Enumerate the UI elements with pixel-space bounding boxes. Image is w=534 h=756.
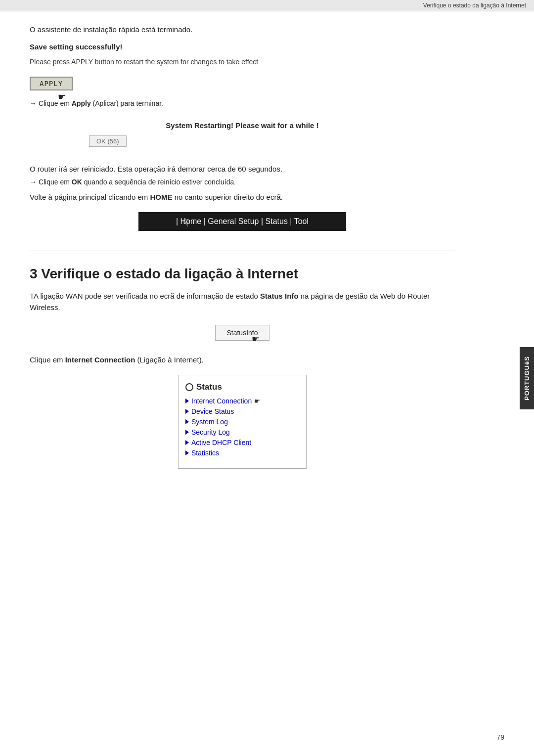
save-success-text: Save setting successfully! xyxy=(30,43,455,51)
triangle-icon xyxy=(185,409,189,414)
top-bar-text: Verifique o estado da ligação à Internet xyxy=(423,2,526,9)
apply-section: APPLY ☛ xyxy=(30,77,455,93)
section-number: 3 xyxy=(30,266,38,281)
triangle-icon xyxy=(185,399,189,403)
router-restart-text: O router irá ser reiniciado. Esta operaç… xyxy=(30,165,455,173)
statusinfo-container: StatusInfo ☛ xyxy=(215,325,269,341)
status-menu: Internet Connection☛Device StatusSystem … xyxy=(185,397,297,457)
wan-text: TA ligação WAN pode ser verificada no ec… xyxy=(30,291,455,313)
top-bar: Verifique o estado da ligação à Internet xyxy=(0,0,534,11)
status-menu-label: Internet Connection xyxy=(191,397,252,405)
status-panel-title: Status xyxy=(185,382,297,392)
nav-bar-text: | Home | General Setup | Status | Tool xyxy=(176,217,309,225)
cursor-icon: ☛ xyxy=(58,91,66,102)
restarting-heading: System Restarting! Please wait for a whi… xyxy=(30,121,455,130)
section-divider xyxy=(30,251,455,251)
status-menu-item[interactable]: System Log xyxy=(185,418,297,426)
status-menu-label: Active DHCP Client xyxy=(191,439,251,446)
apply-button[interactable]: APPLY xyxy=(30,77,73,90)
inet-bold: Internet Connection xyxy=(65,356,135,364)
status-menu-label: Statistics xyxy=(191,449,219,457)
triangle-icon xyxy=(185,419,189,424)
home-bold: HOME xyxy=(150,193,173,201)
apply-bold: Apply xyxy=(72,99,91,107)
home-instruction: Volte à página principal clicando em HOM… xyxy=(30,193,455,201)
inet-post: (Ligação à Internet). xyxy=(135,356,203,364)
instruction-text: Please press APPLY button to restart the… xyxy=(30,58,455,66)
triangle-icon xyxy=(185,440,189,445)
status-menu-label: Device Status xyxy=(191,407,234,415)
apply-arrow-text: → Clique em Apply (Aplicar) para termina… xyxy=(30,99,455,107)
status-menu-item[interactable]: Security Log xyxy=(185,428,297,436)
nav-cursor-icon: ☟ xyxy=(183,217,189,229)
wan-pre: TA ligação WAN pode ser verificada no ec… xyxy=(30,292,260,300)
status-menu-item[interactable]: Statistics xyxy=(185,449,297,457)
ok-arrow-text: → Clique em OK quando a sequência de rei… xyxy=(30,178,455,186)
status-title-text: Status xyxy=(196,382,222,392)
status-menu-item[interactable]: Internet Connection☛ xyxy=(185,397,297,405)
intro-paragraph: O assistente de instalação rápida está t… xyxy=(30,25,455,34)
item-cursor-icon: ☛ xyxy=(254,397,261,405)
status-menu-label: System Log xyxy=(191,418,228,426)
internet-conn-text: Clique em Internet Connection (Ligação à… xyxy=(30,356,455,364)
status-menu-item[interactable]: Active DHCP Client xyxy=(185,439,297,446)
wan-bold: Status Info xyxy=(260,292,299,300)
status-menu-item[interactable]: Device Status xyxy=(185,407,297,415)
ok-button[interactable]: OK (56) xyxy=(89,135,127,147)
ok-btn-wrapper: OK (56) xyxy=(59,135,455,156)
inet-pre: Clique em xyxy=(30,356,65,364)
sidebar-tab: PORTUGUêS xyxy=(520,347,534,409)
ok-bold: OK xyxy=(72,178,82,186)
status-circle-icon xyxy=(185,383,193,391)
triangle-icon xyxy=(185,430,189,435)
section-title: Verifique o estado da ligação à Internet xyxy=(41,266,298,281)
home-pre: Volte à página principal clicando em xyxy=(30,193,150,201)
status-panel: Status Internet Connection☛Device Status… xyxy=(178,375,307,469)
statusinfo-cursor-icon: ☛ xyxy=(252,334,260,345)
statusinfo-button[interactable]: StatusInfo xyxy=(215,325,269,341)
statusinfo-wrapper: StatusInfo ☛ xyxy=(30,325,455,341)
page-number: 79 xyxy=(496,733,504,741)
nav-bar-image: | Home | General Setup | Status | Tool ☟ xyxy=(138,212,346,231)
triangle-icon xyxy=(185,450,189,455)
main-content: O assistente de instalação rápida está t… xyxy=(0,11,485,513)
section-heading: 3 Verifique o estado da ligação à Intern… xyxy=(30,266,455,282)
status-menu-label: Security Log xyxy=(191,428,230,436)
home-post: no canto superior direito do ecrã. xyxy=(173,193,283,201)
